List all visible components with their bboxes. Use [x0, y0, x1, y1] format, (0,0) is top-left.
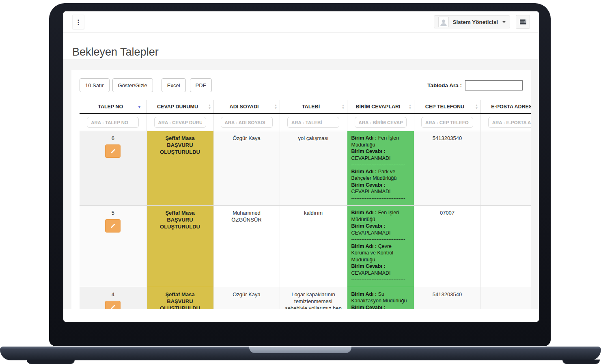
column-header-6[interactable]: E-POSTA ADRES▲▼ — [480, 100, 531, 114]
cell-cep-telefonu: 07007 — [414, 206, 480, 287]
cell-cep-telefonu: 5413203540 — [414, 287, 480, 309]
toolbar-button-10-sat-r[interactable]: 10 Satır — [80, 78, 110, 92]
kebab-menu-icon: ⋮ — [75, 18, 82, 26]
column-filter-input-6[interactable] — [488, 117, 531, 128]
cell-eposta — [480, 287, 531, 309]
data-table-container: TALEP NO▼CEVAP DURUMU▲▼ADI SOYADI▲▼TALEB… — [80, 100, 531, 309]
filter-cell-4 — [347, 114, 414, 131]
table-search: Tabloda Ara : — [427, 80, 523, 90]
data-table: TALEP NO▼CEVAP DURUMU▲▼ADI SOYADI▲▼TALEB… — [80, 100, 531, 309]
filter-cell-5 — [414, 114, 480, 131]
page-header: Bekleyen Talepler — [63, 33, 539, 59]
filter-cell-2 — [213, 114, 280, 131]
sidebar-toggle-button[interactable]: ⋮ — [72, 15, 84, 29]
column-filter-input-0[interactable] — [87, 117, 139, 128]
edit-button[interactable] — [105, 219, 121, 233]
toolbar-button-g-ster-gizle[interactable]: Göster/Gizle — [112, 78, 153, 92]
column-filter-input-5[interactable] — [421, 117, 473, 128]
birim-separator: -------------------------------- — [351, 236, 410, 243]
sort-icon: ▲▼ — [208, 104, 211, 110]
content-background: 10 SatırGöster/GizleExcelPDF Tabloda Ara… — [63, 59, 539, 309]
column-filter-input-4[interactable] — [355, 117, 407, 128]
column-header-label: TALEP NO — [98, 104, 123, 110]
sort-icon: ▲▼ — [409, 104, 412, 110]
column-filter-input-2[interactable] — [221, 117, 273, 128]
status-line: Şeffaf Masa — [151, 135, 209, 142]
filter-cell-0 — [80, 114, 146, 131]
birim-adi-line: Birim Adı : Su Kanalizasyon Müdürlüğü — [351, 291, 410, 304]
pencil-icon — [110, 149, 116, 154]
edit-button[interactable] — [105, 144, 121, 158]
app-window: ⋮ Sistem Yöneticisi — [63, 11, 539, 322]
cell-talep-no: 4 — [80, 287, 146, 309]
cell-adi-soyadi: Muhammed ÖZGÜNSÜR — [213, 206, 280, 287]
column-header-label: TALEBİ — [302, 104, 320, 110]
toolbar-button-excel[interactable]: Excel — [162, 78, 186, 92]
cell-cevap-durumu: Şeffaf MasaBAŞVURU OLUŞTURULDU — [146, 287, 213, 309]
talep-no-value: 5 — [84, 209, 142, 216]
filter-cell-3 — [280, 114, 347, 131]
header-row: TALEP NO▼CEVAP DURUMU▲▼ADI SOYADI▲▼TALEB… — [80, 100, 531, 114]
user-menu-button[interactable]: Sistem Yöneticisi — [434, 15, 510, 28]
birim-adi-label: Birim Adı : — [351, 210, 378, 215]
laptop-foot-left — [27, 360, 75, 364]
birim-adi-line: Birim Adı : Çevre Koruma ve Kontrol Müdü… — [351, 243, 410, 263]
laptop-mockup: ⋮ Sistem Yöneticisi — [0, 0, 601, 364]
column-header-4[interactable]: BİRİM CEVAPLARI▲▼ — [347, 100, 414, 114]
status-line: BAŞVURU OLUŞTURULDU — [151, 298, 209, 310]
topbar: ⋮ Sistem Yöneticisi — [63, 11, 539, 33]
birim-cevabi-value: CEVAPLANMADI — [351, 155, 410, 162]
column-header-1[interactable]: CEVAP DURUMU▲▼ — [146, 100, 213, 114]
toolbar-button-pdf[interactable]: PDF — [190, 78, 212, 92]
cell-birim-cevaplari: Birim Adı : Fen İşleri MüdürlüğüBirim Ce… — [347, 206, 414, 287]
cell-adi-soyadi: Özgür Kaya — [213, 131, 280, 206]
birim-cevabi-value: CEVAPLANMADI — [351, 230, 410, 237]
table-search-input[interactable] — [465, 80, 523, 90]
sort-icon: ▲▼ — [475, 104, 478, 110]
status-line: BAŞVURU OLUŞTURULDU — [151, 216, 209, 230]
column-filter-input-1[interactable] — [154, 117, 206, 128]
column-header-label: CEP TELEFONU — [425, 104, 464, 110]
cell-talep-no: 6 — [80, 131, 146, 206]
cell-cevap-durumu: Şeffaf MasaBAŞVURU OLUŞTURULDU — [146, 206, 213, 287]
column-header-label: CEVAP DURUMU — [157, 104, 198, 110]
column-header-0[interactable]: TALEP NO▼ — [80, 100, 146, 114]
cell-birim-cevaplari: Birim Adı : Su Kanalizasyon MüdürlüğüBir… — [347, 287, 414, 309]
cell-cevap-durumu: Şeffaf MasaBAŞVURU OLUŞTURULDU — [146, 131, 213, 206]
table-row: 4Şeffaf MasaBAŞVURU OLUŞTURULDUÖzgür Kay… — [80, 287, 531, 309]
birim-cevabi-value: CEVAPLANMADI — [351, 188, 410, 195]
filter-row — [80, 114, 531, 131]
table-card: 10 SatırGöster/GizleExcelPDF Tabloda Ara… — [71, 70, 531, 309]
birim-cevabi-value: CEVAPLANMADI — [351, 270, 410, 277]
birim-adi-line: Birim Adı : Fen İşleri Müdürlüğü — [351, 209, 410, 223]
sort-desc-icon: ▼ — [138, 105, 142, 109]
status-line: BAŞVURU OLUŞTURULDU — [151, 142, 209, 155]
column-header-3[interactable]: TALEBİ▲▼ — [280, 100, 347, 114]
user-avatar-icon — [438, 17, 449, 27]
tasks-icon — [520, 19, 526, 25]
cell-eposta — [480, 206, 531, 287]
cell-talebi: yol çalışması — [280, 131, 347, 206]
birim-adi-label: Birim Adı : — [351, 291, 378, 297]
table-search-label: Tabloda Ara : — [427, 82, 462, 88]
birim-adi-line: Birim Adı : Fen İşleri Müdürlüğü — [351, 135, 410, 148]
cell-talep-no: 5 — [80, 206, 146, 287]
column-header-label: E-POSTA ADRES — [491, 104, 531, 110]
table-row: 5Şeffaf MasaBAŞVURU OLUŞTURULDUMuhammed … — [80, 206, 531, 287]
column-header-5[interactable]: CEP TELEFONU▲▼ — [414, 100, 480, 114]
table-row: 6Şeffaf MasaBAŞVURU OLUŞTURULDUÖzgür Kay… — [80, 131, 531, 206]
toolbar-button-group: 10 SatırGöster/GizleExcelPDF — [80, 78, 212, 92]
birim-cevabi-label: Birim Cevabı : — [351, 223, 410, 230]
birim-cevabi-label: Birim Cevabı : — [351, 182, 410, 189]
table-toolbar: 10 SatırGöster/GizleExcelPDF Tabloda Ara… — [80, 78, 531, 92]
pencil-icon — [110, 304, 116, 309]
birim-cevabi-label: Birim Cevabı : — [351, 263, 410, 270]
column-header-2[interactable]: ADI SOYADI▲▼ — [213, 100, 280, 114]
column-filter-input-3[interactable] — [287, 117, 339, 128]
laptop-foot-right — [562, 360, 600, 364]
status-line: Şeffaf Masa — [151, 291, 209, 298]
column-header-label: ADI SOYADI — [230, 104, 259, 110]
edit-button[interactable] — [105, 301, 121, 310]
sort-icon: ▲▼ — [274, 104, 278, 110]
notifications-menu-button[interactable] — [516, 15, 530, 29]
